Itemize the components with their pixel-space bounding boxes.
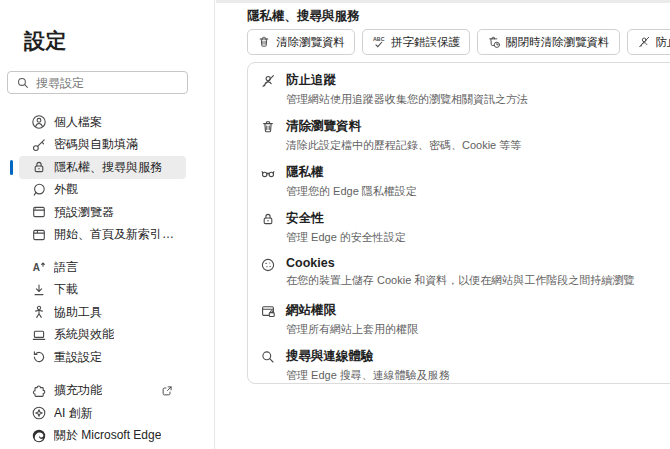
open-in-new-icon [160, 384, 174, 398]
glasses-icon [260, 165, 276, 181]
sidebar-item-label: 重設設定 [54, 349, 102, 366]
item-title: 搜尋與連線體驗 [286, 348, 450, 365]
sidebar-item-label: 預設瀏覽器 [54, 204, 114, 221]
section-heading: 隱私權、搜尋與服務 [247, 8, 360, 25]
trash-icon [260, 119, 276, 135]
sidebar-item-passwords[interactable]: 密碼與自動填滿 [19, 134, 186, 157]
search-input[interactable] [36, 76, 179, 90]
ai-icon [31, 405, 47, 421]
sidebar-item-extensions[interactable]: 擴充功能 [19, 380, 186, 403]
laptop-icon [31, 327, 47, 343]
button-label: 拼字錯誤保護 [391, 35, 460, 50]
search-icon [16, 76, 30, 90]
item-description: 管理所有網站上套用的權限 [286, 322, 418, 337]
sidebar-item-label: 語言 [54, 259, 78, 276]
list-item-clear-browsing-data[interactable]: 清除瀏覽資料清除此設定檔中的歷程記錄、密碼、Cookie 等等 [248, 109, 670, 155]
svg-text:A: A [33, 262, 40, 273]
tracking-prevention-button[interactable]: 防止追蹤 [627, 29, 670, 55]
sidebar-item-label: 開始、首頁及新索引標籤頁面 [54, 226, 174, 243]
sidebar-item-languages[interactable]: A 語言 [19, 256, 186, 279]
list-item-privacy[interactable]: 隱私權管理您的 Edge 隱私權設定 [248, 155, 670, 201]
key-icon [31, 137, 47, 153]
sidebar-item-label: 系統與效能 [54, 326, 114, 343]
person-icon [31, 114, 47, 130]
button-label: 清除瀏覽資料 [276, 35, 345, 50]
download-icon [31, 282, 47, 298]
item-title: 安全性 [286, 210, 406, 227]
spellcheck-icon: ABC [372, 35, 386, 49]
reset-icon [31, 349, 47, 365]
sidebar-item-about-edge[interactable]: 關於 Microsoft Edge [19, 425, 186, 448]
sidebar-item-label: 外觀 [54, 181, 78, 198]
edge-logo-icon [31, 428, 47, 444]
sidebar-item-label: 個人檔案 [54, 114, 102, 131]
item-description: 管理 Edge 的安全性設定 [286, 230, 406, 245]
sidebar-item-profiles[interactable]: 個人檔案 [19, 111, 186, 134]
item-title: 防止追蹤 [286, 72, 528, 89]
extensions-icon [31, 383, 47, 399]
settings-search-box[interactable] [7, 71, 188, 94]
svg-text:ABC: ABC [373, 36, 385, 42]
sidebar-item-label: AI 創新 [54, 405, 93, 422]
sidebar-item-label: 擴充功能 [54, 382, 102, 399]
sidebar-item-downloads[interactable]: 下載 [19, 279, 186, 302]
sidebar-item-accessibility[interactable]: 協助工具 [19, 301, 186, 324]
sidebar-item-default-browser[interactable]: 預設瀏覽器 [19, 201, 186, 224]
button-label: 防止追蹤 [656, 35, 670, 50]
sidebar-item-reset-settings[interactable]: 重設設定 [19, 346, 186, 369]
sidebar-item-privacy[interactable]: 隱私權、搜尋與服務 [19, 156, 186, 179]
list-item-site-permissions[interactable]: 網站權限管理所有網站上套用的權限 [248, 293, 670, 339]
settings-content: 隱私權、搜尋與服務 清除瀏覽資料 ABC 拼字錯誤保護 關閉時清除瀏覽資料 防止… [216, 0, 670, 449]
sidebar-item-start-home-newtab[interactable]: 開始、首頁及新索引標籤頁面 [19, 224, 186, 247]
tracking-prevention-icon [637, 35, 651, 49]
list-item-tracking-prevention[interactable]: 防止追蹤管理網站使用追蹤器收集您的瀏覽相關資訊之方法 [248, 63, 670, 109]
sidebar-item-label: 下載 [54, 281, 78, 298]
tracking-prevention-icon [260, 73, 276, 89]
item-title: 隱私權 [286, 164, 417, 181]
list-item-security[interactable]: 安全性管理 Edge 的安全性設定 [248, 201, 670, 247]
appearance-icon [31, 182, 47, 198]
item-description: 在您的裝置上儲存 Cookie 和資料，以便在網站與工作階段之間持續瀏覽 [286, 273, 634, 288]
sidebar-item-label: 隱私權、搜尋與服務 [54, 159, 162, 176]
sidebar-item-label: 協助工具 [54, 304, 102, 321]
trash-clock-icon [487, 35, 501, 49]
sidebar-item-label: 關於 Microsoft Edge [54, 427, 161, 444]
lock-icon [260, 211, 276, 227]
translate-icon: A [31, 259, 47, 275]
new-tab-icon [31, 227, 47, 243]
item-description: 清除此設定檔中的歷程記錄、密碼、Cookie 等等 [286, 138, 521, 153]
button-label: 關閉時清除瀏覽資料 [506, 35, 610, 50]
search-icon [260, 349, 276, 365]
sidebar-nav: 個人檔案 密碼與自動填滿 隱私權、搜尋與服務 外觀 預設瀏覽器 開始、首頁及新索 [19, 111, 186, 447]
site-permissions-icon [260, 303, 276, 319]
list-item-cookies[interactable]: Cookies在您的裝置上儲存 Cookie 和資料，以便在網站與工作階段之間持… [248, 247, 670, 293]
clear-browsing-data-button[interactable]: 清除瀏覽資料 [247, 29, 355, 55]
cookie-icon [260, 257, 276, 273]
item-title: 清除瀏覽資料 [286, 118, 521, 135]
lock-icon [31, 159, 47, 175]
sidebar-item-label: 密碼與自動填滿 [54, 136, 138, 153]
accessibility-icon [31, 304, 47, 320]
sidebar-item-appearance[interactable]: 外觀 [19, 179, 186, 202]
list-item-search-services[interactable]: 搜尋與連線體驗管理 Edge 搜尋、連線體驗及服務 [248, 339, 670, 385]
page-title: 設定 [24, 27, 67, 55]
quick-actions-toolbar: 清除瀏覽資料 ABC 拼字錯誤保護 關閉時清除瀏覽資料 防止追蹤 [247, 29, 668, 55]
privacy-settings-card: 防止追蹤管理網站使用追蹤器收集您的瀏覽相關資訊之方法 清除瀏覽資料清除此設定檔中… [247, 62, 670, 384]
browser-window-icon [31, 204, 47, 220]
trash-icon [257, 35, 271, 49]
item-description: 管理 Edge 搜尋、連線體驗及服務 [286, 368, 450, 383]
item-description: 管理網站使用追蹤器收集您的瀏覽相關資訊之方法 [286, 92, 528, 107]
item-title: 網站權限 [286, 302, 418, 319]
item-description: 管理您的 Edge 隱私權設定 [286, 184, 417, 199]
edge-settings-page: 設定 個人檔案 密碼與自動填滿 隱私權、搜尋與服務 外觀 [0, 0, 670, 449]
item-title: Cookies [286, 256, 634, 270]
sidebar-item-system-performance[interactable]: 系統與效能 [19, 324, 186, 347]
settings-sidebar: 設定 個人檔案 密碼與自動填滿 隱私權、搜尋與服務 外觀 [0, 0, 215, 449]
spellcheck-protection-button[interactable]: ABC 拼字錯誤保護 [362, 29, 470, 55]
sidebar-item-ai-innovations[interactable]: AI 創新 [19, 402, 186, 425]
top-divider [216, 0, 670, 3]
clear-data-on-close-button[interactable]: 關閉時清除瀏覽資料 [477, 29, 620, 55]
